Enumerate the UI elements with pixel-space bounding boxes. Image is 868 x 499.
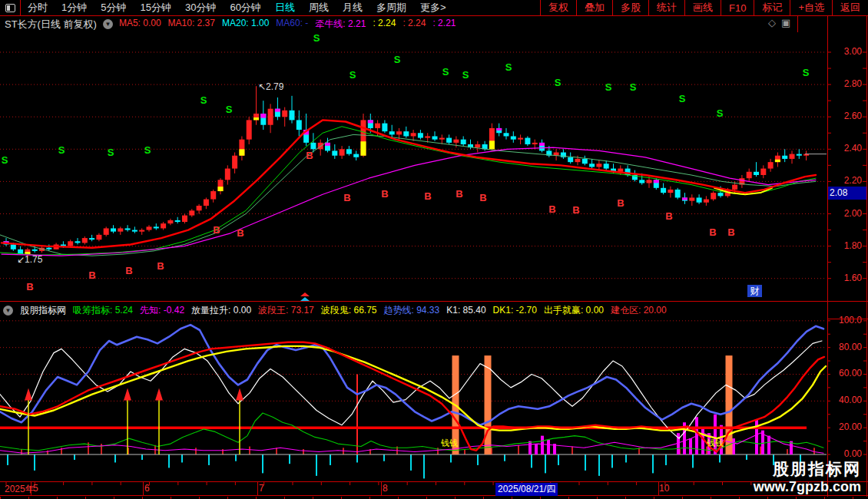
panel-divider[interactable] bbox=[0, 301, 868, 302]
x-axis-label: 10 bbox=[659, 483, 669, 494]
toolbar-action-F10[interactable]: F10 bbox=[721, 0, 754, 15]
splitter-up-red-icon bbox=[300, 292, 310, 296]
ma-value: MA60: - bbox=[276, 18, 308, 31]
svg-text:B: B bbox=[26, 281, 33, 292]
svg-text:S: S bbox=[313, 32, 320, 44]
svg-text:钱钱: 钱钱 bbox=[440, 438, 458, 448]
x-axis-label: 5 bbox=[33, 483, 38, 494]
splitter-up-cyan-icon bbox=[300, 297, 310, 301]
svg-text:S: S bbox=[442, 66, 449, 78]
toolbar-item-日线[interactable]: 日线 bbox=[268, 1, 302, 15]
x-axis[interactable]: 2025年56782025/08/21/四10 bbox=[0, 482, 868, 496]
svg-text:B: B bbox=[88, 269, 95, 281]
svg-text:钱钱: 钱钱 bbox=[706, 438, 724, 448]
toolbar-item-多周期[interactable]: 多周期 bbox=[369, 1, 413, 15]
x-axis-divider bbox=[143, 482, 144, 496]
ma-lines bbox=[0, 120, 816, 256]
toolbar-action-标记[interactable]: 标记 bbox=[754, 0, 790, 15]
x-axis-label: 6 bbox=[144, 483, 150, 494]
x-axis-label: 7 bbox=[259, 483, 264, 494]
toolbar-item-更多>[interactable]: 更多> bbox=[413, 1, 453, 15]
x-axis-divider bbox=[257, 482, 258, 496]
svg-text:S: S bbox=[555, 77, 562, 88]
x-axis-date-highlight: 2025/08/21/四 bbox=[495, 483, 558, 496]
toolbar-action-统计[interactable]: 统计 bbox=[648, 0, 684, 15]
panel-splitter-icon[interactable] bbox=[300, 292, 310, 301]
svg-text:B: B bbox=[709, 226, 716, 238]
svg-text:B: B bbox=[381, 188, 388, 200]
svg-text:S: S bbox=[226, 104, 233, 115]
ma-value: : 2.24 bbox=[373, 18, 396, 31]
toolbar-action-+自选[interactable]: +自选 bbox=[790, 0, 832, 15]
stock-title: ST长方(日线 前复权) bbox=[5, 18, 97, 31]
svg-text:B: B bbox=[548, 203, 555, 215]
svg-text:S: S bbox=[108, 147, 114, 158]
svg-text:S: S bbox=[803, 67, 810, 78]
indicator-value: DK1: -2.70 bbox=[493, 305, 537, 316]
indicator-value: 放量拉升: 0.00 bbox=[191, 304, 251, 317]
chart-canvas[interactable]: SSSSSSSSSSSSSSSSSSBBBBBBBBBBBBBBBBBB↖2.7… bbox=[0, 0, 868, 499]
toolbar-action-返回[interactable]: 返回 bbox=[832, 0, 868, 15]
price-axis-label: 1.60 bbox=[830, 273, 862, 283]
svg-text:S: S bbox=[605, 81, 612, 93]
title-separator bbox=[797, 16, 798, 32]
chart-title-row: ST长方(日线 前复权) ▼ MA5: 0.00MA10: 2.37MA20: … bbox=[0, 16, 456, 32]
indicator-value: 吸筹指标: 5.24 bbox=[73, 304, 133, 317]
finance-badge[interactable]: 财 bbox=[747, 285, 762, 297]
indicator-chevron-icon[interactable]: ▼ bbox=[3, 306, 13, 316]
ma-value: MA20: 1.00 bbox=[222, 18, 269, 31]
svg-text:B: B bbox=[727, 226, 734, 238]
svg-text:S: S bbox=[630, 81, 637, 93]
toolbar-item-60分钟[interactable]: 60分钟 bbox=[223, 1, 267, 15]
svg-text:B: B bbox=[237, 227, 244, 239]
indicator-header: ▼ 股朋指标网吸筹指标: 5.24先知: -0.42放量拉升: 0.00波段王:… bbox=[0, 302, 667, 318]
indicator-gridlines bbox=[0, 321, 827, 402]
price-axis-label: 2.00 bbox=[830, 208, 862, 219]
svg-text:S: S bbox=[200, 94, 207, 106]
panes-icon[interactable]: ▣ bbox=[781, 17, 790, 28]
toolbar-item-15分钟[interactable]: 15分钟 bbox=[133, 1, 177, 15]
layout-button[interactable] bbox=[0, 0, 21, 15]
chevron-down-icon[interactable]: ▼ bbox=[103, 19, 113, 29]
x-axis-divider bbox=[381, 482, 382, 496]
svg-text:↖2.79: ↖2.79 bbox=[258, 81, 284, 92]
buy-arrows bbox=[25, 388, 244, 454]
ma-value: MA10: 2.37 bbox=[168, 18, 215, 31]
price-axis-label: 2.80 bbox=[830, 78, 862, 89]
svg-text:S: S bbox=[462, 69, 469, 81]
indicator-axis-label: 20.00 bbox=[830, 421, 862, 432]
period-tabs: 分时1分钟5分钟15分钟30分钟60分钟日线周线月线多周期更多> bbox=[21, 0, 452, 15]
svg-text:B: B bbox=[306, 150, 313, 161]
svg-text:S: S bbox=[58, 144, 65, 156]
toolbar-item-月线[interactable]: 月线 bbox=[336, 1, 369, 15]
price-axis-label: 2.60 bbox=[830, 111, 862, 121]
indicator-value: 股朋指标网 bbox=[20, 304, 66, 317]
indicator-axis-label: 80.00 bbox=[830, 342, 862, 352]
last-price-tag: 2.08 bbox=[828, 187, 866, 200]
toolbar-action-复权[interactable]: 复权 bbox=[540, 0, 576, 15]
diamond-icon[interactable]: ◇ bbox=[768, 17, 776, 28]
x-axis-label: 2025年 bbox=[5, 483, 35, 496]
toolbar-action-叠加[interactable]: 叠加 bbox=[576, 0, 612, 15]
watermark-site-name: 股朋指标网 bbox=[773, 458, 861, 480]
toolbar-action-多股[interactable]: 多股 bbox=[612, 0, 648, 15]
svg-text:B: B bbox=[479, 192, 486, 203]
toolbar-item-30分钟[interactable]: 30分钟 bbox=[178, 1, 223, 15]
ma-value: MA5: 0.00 bbox=[119, 18, 161, 31]
ma-value: 牵牛线: 2.21 bbox=[315, 18, 366, 31]
svg-text:S: S bbox=[505, 61, 512, 73]
toolbar-item-分时[interactable]: 分时 bbox=[21, 1, 55, 15]
toolbar-item-1分钟[interactable]: 1分钟 bbox=[55, 1, 94, 15]
price-axis-label: 2.40 bbox=[830, 143, 862, 154]
title-right-icons: ◇ ▣ bbox=[768, 17, 790, 28]
indicator-value: 建仓区: 20.00 bbox=[611, 304, 667, 317]
toolbar-item-5分钟[interactable]: 5分钟 bbox=[94, 1, 133, 15]
indicator-value: K1: 85.40 bbox=[446, 305, 485, 316]
indicator-axis-label: 60.00 bbox=[830, 368, 862, 378]
svg-text:B: B bbox=[665, 210, 672, 222]
toolbar-action-画线[interactable]: 画线 bbox=[684, 0, 721, 15]
svg-text:B: B bbox=[157, 260, 164, 272]
indicator-value: 波段鬼: 66.75 bbox=[321, 304, 377, 317]
price-axis-label: 2.20 bbox=[830, 175, 862, 186]
toolbar-item-周线[interactable]: 周线 bbox=[302, 1, 336, 15]
